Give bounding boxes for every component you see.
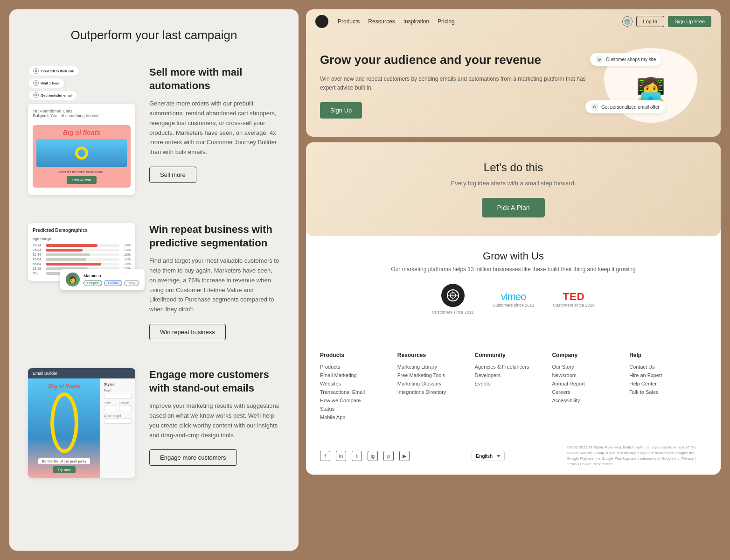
email-builder-mockup: Email Builder Big ol floats Be the life … [28, 368, 135, 478]
footer-link-developers[interactable]: Developers [475, 372, 552, 378]
footer-link-hire-expert[interactable]: Hire an Expert [629, 372, 707, 378]
hero-body: Win over new and repeat customers by sen… [320, 75, 595, 92]
size-label: Size [104, 401, 117, 405]
email-tagline: Don't let this one float away... [36, 170, 127, 174]
ted-text: TED [553, 291, 595, 303]
footer-link-help-center[interactable]: Help Center [629, 381, 707, 386]
section1-heading: Sell more with mail automations [149, 66, 280, 92]
footer-legal: ©2001-2022 All Rights Reserved. Mailchim… [567, 445, 707, 467]
engage-more-button[interactable]: Engage more customers [149, 449, 237, 466]
builder-canvas: Big ol floats Be the life of the pool pa… [28, 378, 100, 478]
cta-subtext: Every big idea starts with a small step … [320, 180, 707, 187]
youtube-icon[interactable]: ▶ [399, 451, 410, 461]
footer-link-events[interactable]: Events [475, 381, 552, 386]
instagram-icon[interactable]: ig [368, 451, 378, 461]
footer-link-accessibility[interactable]: Accessibility [552, 398, 629, 403]
facebook-icon[interactable]: f [320, 451, 330, 461]
footer-link-websites[interactable]: Websites [320, 381, 397, 386]
nav-pricing[interactable]: Pricing [438, 18, 455, 25]
footer-link-integrations[interactable]: Integrations Directory [397, 389, 475, 395]
logo-2-since: Customers since 2012 [493, 303, 535, 308]
hero-signup-button[interactable]: Sign Up [320, 102, 362, 119]
avatar: 👩 [66, 273, 80, 287]
builder-visual: Email Builder Big ol floats Be the life … [28, 368, 135, 478]
colour-field: Colour [119, 401, 132, 411]
footer-link-careers[interactable]: Careers [552, 389, 629, 395]
footer-col-community: Community Agencies & Freelancers Develop… [475, 352, 552, 423]
builder-body: Big ol floats Be the life of the pool pa… [28, 378, 135, 478]
step-2-icon: ⏱ [33, 80, 39, 86]
section-email-builder: Email Builder Big ol floats Be the life … [28, 368, 280, 478]
size-color-row: Size Colour [104, 401, 132, 413]
age-range-label: Age Range [33, 237, 131, 241]
footer-link-annual-report[interactable]: Annual Report [552, 381, 629, 386]
twitter-icon[interactable]: t [352, 451, 362, 461]
section3-heading: Engage more customers with stand-out ema… [149, 368, 280, 395]
page-title: Outperform your last campaign [28, 28, 280, 42]
email-card-body: Big ol floats Don't let this one float a… [33, 125, 131, 188]
nav-resources[interactable]: Resources [368, 18, 395, 25]
footer-link-glossary[interactable]: Marketing Glossary [397, 381, 475, 386]
footer-link-free-tools[interactable]: Free Marketing Tools [397, 372, 475, 378]
nav-products[interactable]: Products [338, 18, 360, 25]
line-height-label: Line height [104, 413, 132, 418]
logo-vimeo: vimeo Customers since 2012 [493, 291, 535, 308]
social-icons: f in t ig p ▶ [320, 451, 410, 461]
builder-brand: Big ol floats [33, 383, 96, 390]
footer-link-our-story[interactable]: Our Story [552, 364, 629, 370]
section-predictive-seg: Predicted Demographics Age Range 18-24 1… [28, 223, 280, 340]
step-3-label: Get reminder email [41, 93, 72, 98]
demographics-visual: Predicted Demographics Age Range 18-24 1… [28, 223, 135, 281]
footer-link-talk-sales[interactable]: Talk to Sales [629, 389, 707, 395]
line-height-field: Line height [104, 413, 132, 424]
section1-body: Generate more orders with our prebuilt a… [149, 99, 280, 157]
footer-col-help-title: Help [629, 352, 707, 358]
footer-col-company: Company Our Story Newsroom Annual Report… [552, 352, 629, 423]
footer-link-products[interactable]: Products [320, 364, 397, 370]
footer-link-marketing-library[interactable]: Marketing Library [397, 364, 475, 370]
language-select[interactable]: English [472, 451, 505, 461]
section3-body: Improve your marketing results with sugg… [149, 401, 280, 440]
user-info: Marainna Coupon Facials Okay [83, 273, 139, 286]
footer-link-email-marketing[interactable]: Email Marketing [320, 372, 397, 378]
sell-more-button[interactable]: Sell more [149, 167, 196, 183]
logo-ted: TED Customers since 2019 [553, 291, 595, 308]
nav-inspiration[interactable]: Inspiration [403, 18, 429, 25]
bar-18-24: 18-24 18% [33, 244, 131, 247]
email-cta-button[interactable]: Pick A Plan [67, 176, 97, 184]
logos-row: Customers since 2011 vimeo Customers sin… [320, 284, 707, 315]
login-button[interactable]: Log In [636, 16, 665, 27]
email-automation-visual: ⊙ Float left in their cart ⏱ Wait 1 hour… [28, 66, 135, 195]
globe-icon[interactable]: 🌐 [622, 16, 633, 27]
footer-link-mobile[interactable]: Mobile App [320, 414, 397, 420]
bubble-shops-text: Customer shops my site [606, 57, 656, 62]
footer-link-agencies[interactable]: Agencies & Freelancers [475, 364, 552, 370]
section2-heading: Win repeat business with predictive segm… [149, 223, 280, 250]
bubble-email: ⊙ Get personalized email offer [585, 100, 665, 113]
builder-try-btn[interactable]: Try now [53, 466, 75, 473]
email-to: To: Abandoned Carts [33, 109, 131, 113]
step-2: ⏱ Wait 1 hour [28, 78, 65, 88]
signup-free-button[interactable]: Sign Up Free [668, 16, 711, 27]
styles-title: Styles [104, 382, 132, 386]
footer-link-status[interactable]: Status [320, 406, 397, 412]
mc-nav-actions: 🌐 Log In Sign Up Free [622, 16, 711, 27]
footer-link-newsroom[interactable]: Newsroom [552, 372, 629, 378]
footer-col-company-title: Company [552, 352, 629, 358]
win-repeat-button[interactable]: Win repeat business [149, 324, 226, 340]
pinterest-icon[interactable]: p [383, 451, 394, 461]
footer-link-compare[interactable]: How we Compare [320, 398, 397, 403]
hero-heading: Grow your audience and your revenue [320, 52, 595, 68]
footer-link-contact[interactable]: Contact Us [629, 364, 707, 370]
footer-link-transactional[interactable]: Transactional Email [320, 389, 397, 395]
pick-a-plan-button[interactable]: Pick A Plan [482, 198, 544, 217]
grow-section: Grow with Us Our marketing platforms hel… [306, 236, 721, 329]
footer-col-resources: Resources Marketing Library Free Marketi… [397, 352, 475, 423]
hero-illustration-wrapper: 👩‍💻 ⊙ Customer shops my site ⊙ Get perso… [604, 48, 697, 123]
footer-col-resources-title: Resources [397, 352, 475, 358]
linkedin-icon[interactable]: in [336, 451, 346, 461]
footer-col-community-title: Community [475, 352, 552, 358]
hero-card: Products Resources Inspiration Pricing 🌐… [306, 9, 721, 137]
step-3: ✉ Get reminder email [28, 90, 77, 100]
donut-icon [75, 147, 88, 160]
